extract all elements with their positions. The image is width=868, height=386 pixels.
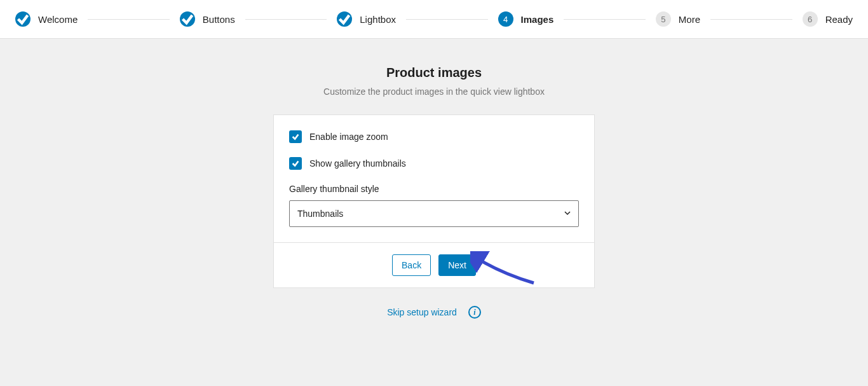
skip-row: Skip setup wizard i bbox=[387, 306, 481, 319]
step-label: Ready bbox=[825, 14, 853, 25]
step-lightbox[interactable]: Lightbox bbox=[337, 11, 396, 27]
step-connector bbox=[406, 19, 488, 20]
step-welcome[interactable]: Welcome bbox=[15, 11, 78, 27]
step-connector bbox=[245, 19, 327, 20]
step-label: Welcome bbox=[38, 14, 78, 25]
step-label: Buttons bbox=[203, 14, 235, 25]
gallery-style-wrapper: Thumbnails bbox=[289, 200, 579, 227]
step-more[interactable]: 5 More bbox=[656, 11, 700, 27]
step-label: Lightbox bbox=[360, 14, 396, 25]
show-thumbnails-label: Show gallery thumbnails bbox=[309, 158, 406, 169]
gallery-style-label: Gallery thumbnail style bbox=[289, 184, 579, 194]
enable-zoom-row: Enable image zoom bbox=[289, 130, 579, 143]
step-images[interactable]: 4 Images bbox=[498, 11, 554, 27]
skip-setup-link[interactable]: Skip setup wizard bbox=[387, 307, 457, 317]
show-thumbnails-row: Show gallery thumbnails bbox=[289, 157, 579, 170]
step-ready[interactable]: 6 Ready bbox=[803, 11, 853, 27]
step-number: 6 bbox=[803, 11, 818, 27]
card-body: Enable image zoom Show gallery thumbnail… bbox=[274, 115, 594, 242]
back-button[interactable]: Back bbox=[392, 254, 431, 276]
step-number: 5 bbox=[656, 11, 671, 27]
check-icon bbox=[180, 11, 195, 27]
show-thumbnails-checkbox[interactable] bbox=[289, 157, 302, 170]
step-label: Images bbox=[521, 14, 554, 25]
step-connector bbox=[564, 19, 646, 20]
wizard-stepper: Welcome Buttons Lightbox 4 Images 5 More… bbox=[0, 0, 868, 39]
check-icon bbox=[15, 11, 31, 27]
enable-zoom-checkbox[interactable] bbox=[289, 130, 302, 143]
enable-zoom-label: Enable image zoom bbox=[309, 132, 388, 142]
settings-card: Enable image zoom Show gallery thumbnail… bbox=[273, 114, 595, 288]
wizard-content: Product images Customize the product ima… bbox=[0, 39, 868, 319]
step-connector bbox=[710, 19, 792, 20]
info-icon[interactable]: i bbox=[468, 306, 481, 319]
step-label: More bbox=[679, 14, 700, 25]
page-subtitle: Customize the product images in the quic… bbox=[323, 86, 545, 97]
check-icon bbox=[337, 11, 352, 27]
step-number: 4 bbox=[498, 11, 513, 27]
step-connector bbox=[88, 19, 170, 20]
page-title: Product images bbox=[386, 65, 482, 80]
step-buttons[interactable]: Buttons bbox=[180, 11, 235, 27]
card-footer: Back Next bbox=[274, 242, 594, 287]
gallery-style-select[interactable]: Thumbnails bbox=[289, 200, 579, 227]
next-button[interactable]: Next bbox=[438, 254, 476, 276]
